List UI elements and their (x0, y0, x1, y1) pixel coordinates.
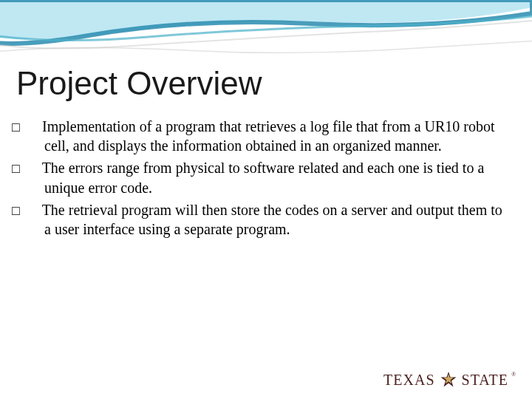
bullet-item: □ Implementation of a program that retri… (28, 117, 504, 155)
bullet-marker-icon: □ (28, 160, 38, 177)
bullet-text: The errors range from physical to softwa… (42, 160, 485, 195)
bullet-item: □ The errors range from physical to soft… (28, 158, 504, 197)
slide-title: Project Overview (16, 65, 262, 102)
decorative-wave-header (0, 0, 532, 66)
bullet-text: The retrieval program will then store th… (42, 202, 502, 237)
bullet-list: □ Implementation of a program that retri… (28, 117, 504, 242)
bullet-item: □ The retrieval program will then store … (28, 200, 504, 239)
texas-state-logo: TEXAS STATE ® (383, 371, 517, 389)
bullet-text: Implementation of a program that retriev… (42, 118, 495, 154)
bullet-marker-icon: □ (28, 119, 38, 136)
star-icon (440, 371, 457, 389)
trademark-symbol: ® (511, 371, 516, 378)
logo-text-texas: TEXAS (383, 372, 434, 389)
bullet-marker-icon: □ (28, 202, 38, 219)
logo-text-state: STATE (462, 372, 508, 389)
